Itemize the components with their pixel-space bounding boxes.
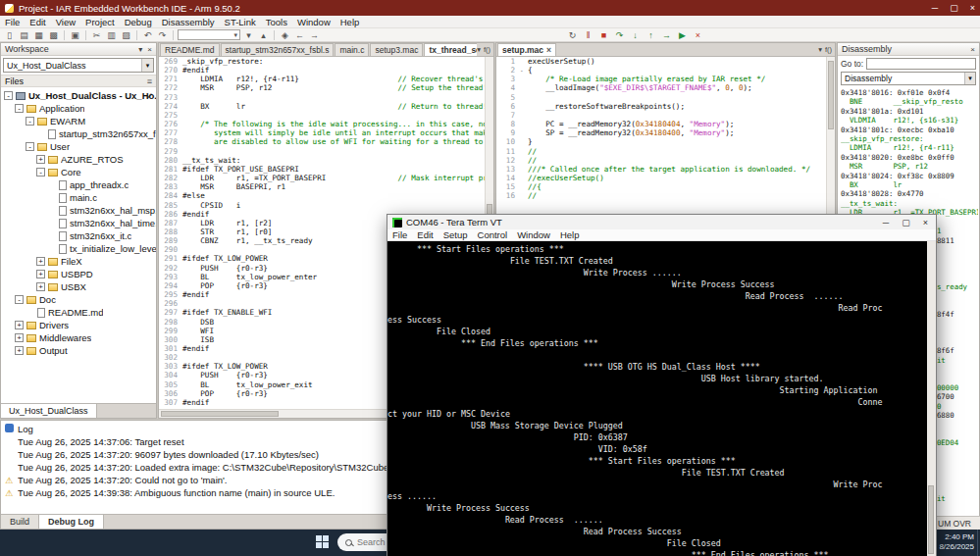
toolbar-find-box[interactable]: ▾ <box>178 29 240 40</box>
tree-item-startup-stm32n657xx-fs[interactable]: startup_stm32n657xx_fs... <box>1 127 156 140</box>
editor1-tab-startup-stm32n657xx-fsbl-s[interactable]: startup_stm32n657xx_fsbl.s <box>221 43 335 56</box>
tree-item-stm32n6xx-it-c[interactable]: stm32n6xx_it.c <box>1 229 156 242</box>
editor1-tab-setup3-mac[interactable]: setup3.mac <box>370 43 423 56</box>
scrollbar-thumb[interactable] <box>928 485 934 554</box>
tree-item-user[interactable]: -User <box>1 140 156 153</box>
teraterm-titlebar[interactable]: COM46 - Tera Term VT ─ ▢ × <box>387 215 936 229</box>
menu-debug[interactable]: Debug <box>120 17 157 27</box>
toolbar-navigate-back-icon[interactable]: ← <box>293 29 306 41</box>
tree-item-app-threadx-c[interactable]: app_threadx.c <box>1 178 156 191</box>
tree-item-filex[interactable]: +FileX <box>1 255 156 268</box>
tree-item-azure-rtos[interactable]: +AZURE_RTOS <box>1 153 156 166</box>
tree-item-drivers[interactable]: +Drivers <box>1 319 156 331</box>
start-button[interactable] <box>316 535 331 550</box>
tree-item-output[interactable]: +Output <box>1 344 156 357</box>
tree-item-core[interactable]: -Core <box>1 166 156 178</box>
expand-toggle-icon[interactable]: + <box>36 270 45 278</box>
menu-view[interactable]: View <box>51 17 80 27</box>
tree-item-usbx[interactable]: +USBX <box>1 280 156 293</box>
maximize-button[interactable]: ▢ <box>902 218 910 227</box>
toolbar-find-next-icon[interactable]: ▾ <box>242 29 255 41</box>
menu-st-link[interactable]: ST-Link <box>220 17 261 27</box>
teraterm-menu-window[interactable]: Window <box>512 229 555 240</box>
toolbar-next-statement-icon[interactable]: → <box>660 29 673 41</box>
panel-close-icon[interactable]: × <box>147 45 152 54</box>
function-list-icon[interactable]: f() <box>484 45 490 54</box>
tree-item-stm32n6xx-hal-time[interactable]: stm32n6xx_hal_time... <box>1 217 156 229</box>
scrollbar-thumb[interactable] <box>828 61 834 129</box>
editor2-tab-setup-mac[interactable]: setup.mac× <box>497 43 556 56</box>
teraterm-menu-edit[interactable]: Edit <box>412 229 438 240</box>
minimize-button[interactable]: ─ <box>883 218 889 227</box>
tree-item-main-c[interactable]: main.c <box>1 191 156 204</box>
tree-item-ewarm[interactable]: -EWARM <box>1 115 156 127</box>
toolbar-break-icon[interactable]: ‖ <box>582 29 594 41</box>
menu-tools[interactable]: Tools <box>261 17 292 27</box>
teraterm-menu-control[interactable]: Control <box>473 229 513 240</box>
expand-toggle-icon[interactable]: + <box>15 346 24 355</box>
menu-help[interactable]: Help <box>335 17 365 27</box>
toolbar-stop-icon[interactable]: ■ <box>597 29 610 41</box>
workspace-project-tab[interactable]: Ux_Host_DualClass <box>1 404 97 418</box>
toolbar-find-previous-icon[interactable]: ▴ <box>257 29 270 41</box>
menu-project[interactable]: Project <box>80 17 120 27</box>
scrollbar-thumb[interactable] <box>161 411 279 417</box>
toolbar-reset-icon[interactable]: ↻ <box>566 29 579 41</box>
tree-item-doc[interactable]: -Doc <box>1 293 156 306</box>
tree-item-application[interactable]: -Application <box>1 102 156 115</box>
toolbar-step-into-icon[interactable]: ↓ <box>629 29 642 41</box>
project-configuration-selector[interactable]: Ux_Host_DualClass ▾ <box>3 58 154 73</box>
editor1-tab-main-c[interactable]: main.c <box>335 43 369 56</box>
toolbar-redo-icon[interactable]: ↷ <box>156 29 169 41</box>
teraterm-menu-setup[interactable]: Setup <box>438 229 473 240</box>
tab-scroll-icon[interactable]: ▾ <box>477 45 481 54</box>
files-options-icon[interactable]: ≡ <box>147 76 152 86</box>
toolbar-save-icon[interactable]: ▦ <box>32 29 45 41</box>
tree-item-ux-host-dualclass-ux-ho[interactable]: -Ux_Host_DualClass - Ux_Ho...✓ <box>1 89 156 102</box>
fold-toggle-icon[interactable]: - <box>520 66 528 75</box>
toolbar-navigate-forward-icon[interactable]: → <box>308 29 321 41</box>
menu-window[interactable]: Window <box>292 17 335 27</box>
dropdown-arrow-icon[interactable]: ▾ <box>964 73 975 84</box>
dropdown-arrow-icon[interactable]: ▾ <box>141 59 153 72</box>
tree-item-readme-md[interactable]: README.md <box>1 306 156 319</box>
expand-toggle-icon[interactable]: - <box>26 117 34 126</box>
toolbar-go-icon[interactable]: ▶ <box>676 29 689 41</box>
menu-disassembly[interactable]: Disassembly <box>157 17 220 27</box>
tree-item-tx-initialize-low-leve[interactable]: tx_initialize_low_leve... <box>1 242 156 255</box>
toolbar-print-icon[interactable]: ▣ <box>69 29 81 41</box>
tree-item-middlewares[interactable]: +Middlewares <box>1 331 156 344</box>
close-button[interactable]: × <box>923 218 928 227</box>
editor1-tab-tx-thread-schedule-s[interactable]: tx_thread_schedule.s× <box>424 43 477 56</box>
editor1-tab-readme-md[interactable]: README.md <box>160 43 220 56</box>
toolbar-cut-icon[interactable]: ✂ <box>90 29 103 41</box>
message-tab-debug-log[interactable]: Debug Log <box>39 515 104 529</box>
tree-item-stm32n6xx-hal-msp-c[interactable]: stm32n6xx_hal_msp.c <box>1 204 156 217</box>
panel-menu-icon[interactable]: ▾ <box>138 45 142 54</box>
teraterm-menu-help[interactable]: Help <box>555 229 585 240</box>
menu-edit[interactable]: Edit <box>25 17 50 27</box>
function-list-icon[interactable]: f() <box>825 45 832 54</box>
expand-toggle-icon[interactable]: - <box>15 295 24 304</box>
terminal-output[interactable]: *** Start Files operations ***File TEST.… <box>387 241 927 556</box>
toolbar-step-out-icon[interactable]: ↑ <box>645 29 657 41</box>
message-tab-build[interactable]: Build <box>1 515 39 529</box>
disassembly-mode-selector[interactable]: Disassembly ▾ <box>841 72 976 85</box>
toolbar-stop-debugging-icon[interactable]: × <box>692 29 704 41</box>
expand-toggle-icon[interactable]: - <box>36 168 45 177</box>
toolbar-copy-icon[interactable]: ▥ <box>105 29 118 41</box>
taskbar-clock[interactable]: 2:40 PM 8/26/2025 <box>939 532 974 552</box>
toolbar-save-all-icon[interactable]: ▩ <box>47 29 60 41</box>
toolbar-undo-icon[interactable]: ↶ <box>141 29 154 41</box>
expand-toggle-icon[interactable]: + <box>15 333 24 342</box>
goto-address-input[interactable] <box>866 58 976 70</box>
terminal-scrollbar[interactable] <box>927 241 936 556</box>
minimize-button[interactable]: ─ <box>932 3 938 13</box>
teraterm-menu-file[interactable]: File <box>387 229 412 240</box>
tree-item-usbpd[interactable]: +USBPD <box>1 268 156 280</box>
expand-toggle-icon[interactable]: + <box>36 282 45 291</box>
expand-toggle-icon[interactable]: - <box>15 104 24 113</box>
expand-toggle-icon[interactable]: + <box>36 257 45 266</box>
close-button[interactable]: × <box>970 3 975 13</box>
tab-close-icon[interactable]: × <box>546 45 551 55</box>
